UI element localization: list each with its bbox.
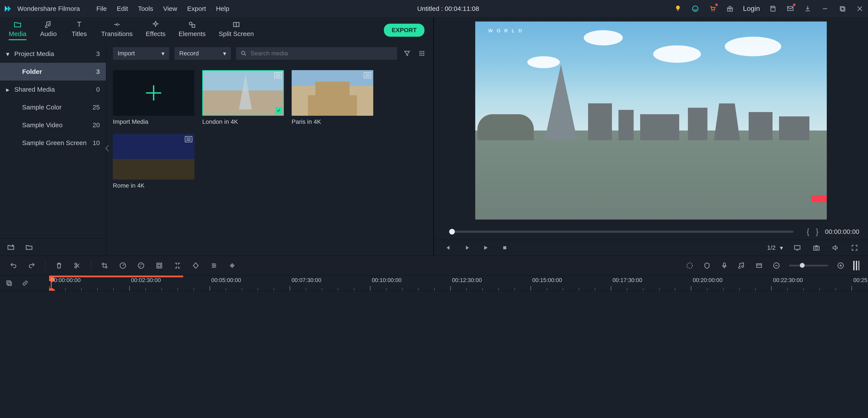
maximize-icon[interactable] — [838, 4, 847, 13]
ruler-major-tick: 00:15:00:00 — [531, 275, 562, 291]
import-dropdown[interactable]: Import ▾ — [113, 47, 169, 60]
render-icon[interactable] — [754, 261, 764, 270]
stop-button[interactable] — [500, 243, 509, 252]
voiceover-icon[interactable] — [720, 261, 729, 270]
svg-point-37 — [687, 263, 692, 268]
split-button[interactable] — [72, 261, 82, 270]
display-icon[interactable] — [793, 243, 802, 252]
search-icon — [241, 50, 247, 57]
export-button[interactable]: EXPORT — [384, 24, 425, 37]
tab-split-screen[interactable]: Split Screen — [219, 20, 254, 40]
chevron-down-icon: ▾ — [214, 50, 226, 57]
tab-elements[interactable]: Elements — [179, 20, 206, 40]
tips-icon[interactable] — [674, 4, 682, 13]
sidebar-label: Sample Video — [20, 121, 93, 129]
folder-icon[interactable] — [24, 242, 34, 252]
adjust-button[interactable] — [209, 261, 219, 270]
sidebar-count: 25 — [93, 103, 100, 111]
media-card-rome[interactable]: Rome in 4K — [113, 134, 194, 189]
link-icon[interactable] — [21, 278, 30, 288]
mark-in-button[interactable]: { — [807, 227, 809, 236]
menu-export[interactable]: Export — [185, 4, 208, 14]
sidebar-item-shared-media[interactable]: ▸ Shared Media 0 — [0, 81, 106, 98]
media-card-paris[interactable]: Paris in 4K — [292, 70, 373, 125]
search-media[interactable] — [236, 47, 397, 60]
menu-edit[interactable]: Edit — [115, 4, 130, 14]
chevron-down-icon: ▾ — [780, 244, 783, 251]
zoom-out-button[interactable] — [772, 261, 781, 270]
record-dropdown[interactable]: Record ▾ — [175, 47, 231, 60]
prev-frame-button[interactable] — [443, 243, 452, 252]
save-icon[interactable] — [769, 4, 777, 13]
color-button[interactable] — [136, 261, 146, 270]
preview-quality-dropdown[interactable]: 1/2 ▾ — [767, 244, 783, 251]
volume-icon[interactable] — [831, 243, 840, 252]
text-icon — [75, 20, 84, 29]
zoom-slider[interactable] — [789, 265, 828, 266]
marker-icon[interactable] — [702, 261, 712, 270]
cart-icon[interactable] — [708, 4, 717, 13]
undo-button[interactable] — [9, 261, 18, 270]
speed-button[interactable] — [118, 261, 128, 270]
sidebar-count: 10 — [93, 139, 100, 147]
sidebar-item-sample-video[interactable]: Sample Video 20 — [0, 116, 106, 134]
minimize-icon[interactable] — [821, 4, 829, 13]
play-button[interactable] — [481, 243, 490, 252]
combo-label: Record — [179, 50, 199, 57]
video-badge-icon — [185, 136, 192, 142]
sidebar-count: 20 — [93, 121, 100, 129]
media-card-london[interactable]: London in 4K — [202, 70, 284, 125]
support-icon[interactable] — [691, 4, 700, 13]
snapshot-icon[interactable] — [812, 243, 821, 252]
time-ruler[interactable]: 00:00:00:0000:02:30:0000:05:00:0000:07:3… — [49, 275, 868, 291]
sidebar-item-project-media[interactable]: ▾ Project Media 3 — [0, 45, 106, 63]
tab-audio[interactable]: Audio — [39, 20, 57, 40]
new-folder-icon[interactable] — [6, 242, 16, 252]
sidebar-collapse-handle[interactable] — [106, 145, 109, 151]
music-icon — [44, 20, 53, 29]
audio-levels-button[interactable] — [227, 261, 237, 270]
menu-file[interactable]: File — [94, 4, 109, 14]
audio-sync-icon[interactable] — [737, 261, 746, 270]
tab-label: Split Screen — [219, 30, 254, 37]
tab-transitions[interactable]: Transitions — [101, 20, 133, 40]
tab-media[interactable]: Media — [9, 20, 27, 40]
search-input[interactable] — [250, 50, 393, 57]
motion-track-button[interactable] — [173, 261, 182, 270]
grid-view-icon[interactable] — [417, 49, 427, 58]
download-icon[interactable] — [803, 4, 812, 13]
close-icon[interactable] — [856, 4, 864, 13]
sidebar-item-sample-green[interactable]: Sample Green Screen 10 — [0, 134, 106, 152]
filter-icon[interactable] — [402, 49, 412, 58]
sidebar-item-folder[interactable]: Folder 3 — [0, 63, 106, 81]
mark-out-button[interactable]: } — [816, 227, 818, 236]
svg-rect-33 — [158, 264, 160, 267]
seek-slider[interactable] — [449, 231, 794, 233]
fullscreen-icon[interactable] — [850, 243, 859, 252]
delete-button[interactable] — [54, 261, 64, 270]
gift-icon[interactable] — [726, 4, 734, 13]
play-pause-button[interactable] — [462, 243, 471, 252]
zoom-fit-button[interactable] — [853, 261, 859, 270]
zoom-in-button[interactable] — [836, 261, 845, 270]
redo-button[interactable] — [27, 261, 36, 270]
green-screen-button[interactable] — [155, 261, 164, 270]
crop-button[interactable] — [100, 261, 110, 270]
mixer-icon[interactable] — [685, 261, 694, 270]
sidebar-item-sample-color[interactable]: Sample Color 25 — [0, 98, 106, 116]
menu-tools[interactable]: Tools — [136, 4, 155, 14]
svg-point-16 — [421, 53, 423, 54]
tab-effects[interactable]: Effects — [146, 20, 165, 40]
keyframe-button[interactable] — [191, 261, 200, 270]
svg-rect-32 — [157, 263, 162, 268]
duplicate-icon[interactable] — [4, 278, 14, 288]
svg-point-19 — [421, 55, 423, 56]
login-button[interactable]: Login — [743, 5, 760, 12]
tab-titles[interactable]: Titles — [70, 20, 88, 40]
import-media-tile[interactable]: Import Media — [113, 70, 194, 125]
svg-point-28 — [138, 263, 144, 268]
sidebar-label: Shared Media — [12, 86, 96, 93]
menu-help[interactable]: Help — [214, 4, 231, 14]
message-icon[interactable] — [786, 4, 795, 13]
menu-view[interactable]: View — [161, 4, 179, 14]
